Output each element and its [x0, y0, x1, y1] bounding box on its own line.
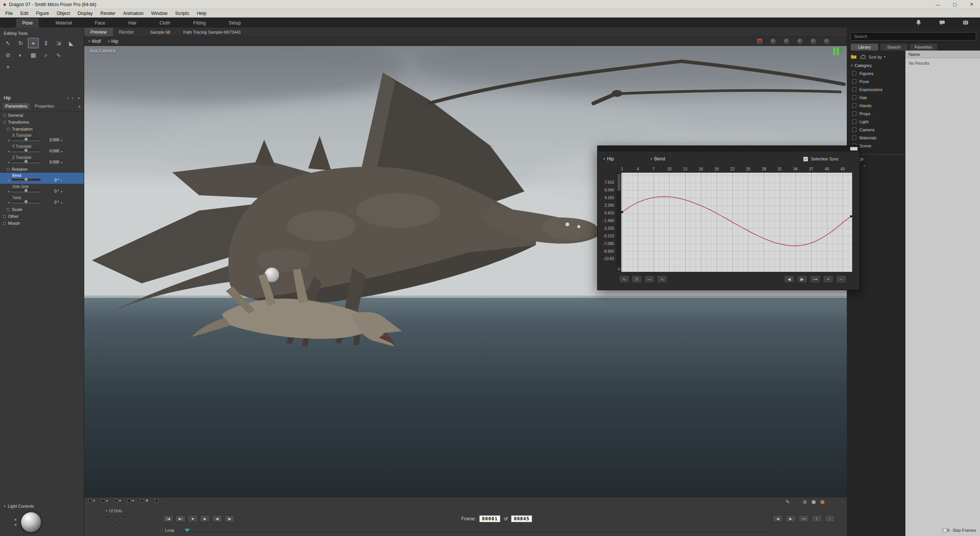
category-checkbox[interactable]	[852, 136, 856, 140]
dial-increment-icon[interactable]: ▸	[61, 149, 63, 153]
dial-slider[interactable]	[11, 139, 41, 141]
graph-close-button[interactable]	[850, 147, 858, 150]
morphing-tool[interactable]: ∿	[53, 50, 64, 60]
collapse-caret-icon[interactable]: ▾	[106, 509, 107, 513]
direct-manipulation-tool[interactable]: ⌖	[3, 62, 13, 72]
dial-decrement-icon[interactable]: ◂	[8, 190, 10, 193]
section-other[interactable]: Other	[0, 213, 84, 220]
loop-checkbox-icon[interactable]	[160, 529, 163, 532]
dial-decrement-icon[interactable]: ◂	[8, 178, 10, 182]
edit-pencil-icon[interactable]: ✎	[786, 499, 790, 505]
collapse-box-icon[interactable]	[7, 128, 10, 131]
next-keyframe-button[interactable]: ▶	[786, 515, 796, 522]
cloud-icon[interactable]	[860, 54, 866, 60]
light-indicator-dots[interactable]	[15, 519, 16, 526]
category-checkbox[interactable]	[852, 103, 856, 108]
collapse-box-icon[interactable]	[3, 222, 6, 225]
section-scale[interactable]: Scale	[0, 206, 84, 213]
dial-increment-icon[interactable]: ▸	[61, 190, 63, 193]
collapse-box-icon[interactable]	[3, 121, 6, 124]
taper-tool[interactable]: ◣	[66, 38, 77, 48]
figure-style-menu[interactable]: ▾	[114, 498, 121, 503]
dial-slider[interactable]	[11, 201, 41, 204]
category-checkbox[interactable]	[852, 111, 856, 116]
search-input[interactable]	[854, 34, 973, 39]
snap-tool-icon[interactable]: ❖	[140, 498, 149, 503]
toggle-knob-icon[interactable]	[942, 529, 950, 532]
minimize-button[interactable]: —	[929, 0, 946, 9]
grouping-tool[interactable]: ▦	[28, 50, 39, 60]
actor-selector-dropdown[interactable]: ▾Hip	[108, 39, 118, 44]
timeline-scrubber-track[interactable]	[183, 532, 771, 533]
menu-item[interactable]: Edit	[16, 11, 32, 16]
edit-keyframes-button[interactable]: ⊶	[799, 515, 809, 522]
category-checkbox[interactable]	[852, 95, 856, 100]
dial-decrement-icon[interactable]: ◂	[8, 160, 10, 164]
scale-tool[interactable]: ⇲	[53, 38, 64, 48]
zoom-out-button[interactable]: −	[836, 275, 846, 283]
tabs-menu-icon[interactable]: ▸	[79, 104, 81, 108]
room-tab[interactable]: Material	[49, 18, 78, 28]
graph-channel-dropdown[interactable]: ▾Bend	[650, 156, 665, 162]
dial-value[interactable]: 0 °	[42, 200, 59, 204]
prev-actor-button[interactable]: ‹	[66, 95, 69, 101]
next-frame-button[interactable]: |▶	[224, 515, 235, 522]
collapse-box-icon[interactable]	[3, 215, 6, 218]
dial-decrement-icon[interactable]: ◂	[8, 138, 10, 142]
layout-columns-icon[interactable]	[963, 20, 969, 25]
play-forward-button[interactable]: ▶	[797, 275, 807, 283]
menu-item[interactable]: Scripts	[172, 11, 193, 16]
room-tab[interactable]: Setup	[222, 18, 247, 28]
play-back-button[interactable]: ◀	[784, 275, 794, 283]
panel-menu-icon[interactable]: ▸	[78, 96, 80, 100]
close-button[interactable]: ✕	[963, 0, 980, 9]
room-tab[interactable]: Face	[89, 18, 111, 28]
play-button[interactable]: ▶	[200, 515, 210, 522]
selection-sync-checkbox[interactable]: ✓ Selection Sync	[803, 157, 839, 162]
chat-bubble-icon[interactable]	[939, 20, 945, 26]
checkbox-checked-icon[interactable]: ✓	[803, 157, 808, 162]
menu-item[interactable]: Display	[74, 11, 96, 16]
dial-increment-icon[interactable]: ▸	[61, 160, 63, 164]
dial-decrement-icon[interactable]: ◂	[8, 201, 10, 204]
collapse-box-icon[interactable]	[7, 168, 10, 171]
params-tab[interactable]: Properties	[33, 103, 56, 109]
loop-toggle[interactable]: Loop	[160, 528, 174, 533]
menu-item[interactable]: Help	[193, 11, 210, 16]
category-checkbox[interactable]	[852, 119, 856, 124]
graph-grid[interactable]	[621, 173, 852, 272]
linear-section-button[interactable]: Λ	[632, 275, 642, 283]
camera-flag-icon[interactable]	[757, 39, 762, 44]
params-tab[interactable]: Parameters	[3, 103, 29, 109]
camera-name-label[interactable]: Aux Camera	[90, 48, 115, 54]
light-sphere-control[interactable]	[21, 512, 41, 532]
sphere-indicator-icon[interactable]: ◦	[155, 498, 161, 503]
collapse-box-icon[interactable]	[3, 114, 6, 117]
section-morph[interactable]: Morph	[0, 220, 84, 227]
spline-section-button[interactable]: ∿	[619, 275, 629, 283]
category-checkbox[interactable]	[852, 87, 856, 92]
camera-dot-icon[interactable]	[824, 39, 829, 44]
menu-item[interactable]: File	[2, 11, 16, 16]
dial-slider[interactable]	[11, 190, 41, 193]
break-spline-button[interactable]: ∿	[657, 275, 667, 283]
section-rotation[interactable]: Rotation	[0, 166, 84, 173]
tracking-mode-menu[interactable]: ▾	[127, 498, 134, 503]
doc-tab[interactable]: Render	[113, 28, 140, 36]
room-tab[interactable]: Hair	[122, 18, 143, 28]
category-checkbox[interactable]	[852, 71, 856, 75]
total-frames-field[interactable]: 00045	[511, 515, 532, 522]
collapse-box-icon[interactable]	[7, 208, 10, 211]
menu-item[interactable]: Object	[53, 11, 74, 16]
dial-slider[interactable]	[11, 179, 41, 181]
library-tab[interactable]: Favorites	[910, 44, 937, 51]
library-tab[interactable]: Search	[880, 44, 908, 51]
ui-dots-grid[interactable]	[106, 515, 137, 530]
results-name-header[interactable]: Name	[905, 51, 980, 58]
skip-frames-toggle[interactable]: Skip Frames	[942, 528, 976, 533]
library-tab[interactable]: Library	[851, 44, 878, 51]
dial-value[interactable]: 0.000	[42, 160, 59, 164]
room-tab[interactable]: Fitting	[187, 18, 212, 28]
figure-selector-dropdown[interactable]: ▾Wolf	[88, 39, 101, 44]
graph-titlebar[interactable]	[598, 146, 859, 152]
